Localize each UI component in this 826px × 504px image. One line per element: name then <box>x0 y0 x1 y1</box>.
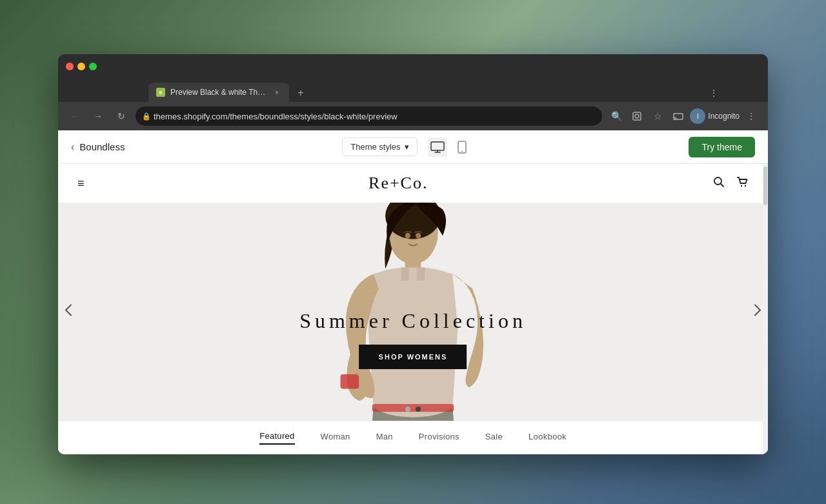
hamburger-menu-icon[interactable]: ≡ <box>77 177 85 190</box>
preview-center: Theme styles ▾ <box>342 137 471 157</box>
tab-favicon: S <box>156 88 165 97</box>
nav-item-provisions[interactable]: Provisions <box>419 432 459 444</box>
hero-title: Summer Collection <box>299 309 527 333</box>
bookmark-icon[interactable]: ☆ <box>649 107 667 125</box>
url-display[interactable]: themes.shopify.com/themes/boundless/styl… <box>136 106 602 126</box>
search-toolbar-icon[interactable]: 🔍 <box>607 107 625 125</box>
hero-content: Summer Collection SHOP WOMENS <box>299 309 527 369</box>
svg-point-7 <box>741 185 742 186</box>
shop-header-icons <box>712 176 749 192</box>
profile-label: Incognito <box>708 112 740 121</box>
preview-content: ≡ Re+Co. <box>58 164 768 454</box>
breadcrumb: Boundless <box>79 141 125 152</box>
svg-point-1 <box>635 114 639 118</box>
tabs-bar: S Preview Black & white Theme × + ⋮ <box>58 79 768 102</box>
svg-point-6 <box>714 177 721 185</box>
carousel-dot-2[interactable] <box>416 407 421 412</box>
profile-wrapper[interactable]: I Incognito <box>690 108 740 124</box>
close-button[interactable] <box>66 63 74 70</box>
nav-item-woman[interactable]: Woman <box>321 432 350 444</box>
nav-item-man[interactable]: Man <box>376 432 393 444</box>
carousel-dots <box>405 407 421 412</box>
address-wrapper: 🔒 themes.shopify.com/themes/boundless/st… <box>136 106 602 126</box>
svg-rect-14 <box>401 267 409 280</box>
tab-close-button[interactable]: × <box>272 88 281 97</box>
more-options-icon[interactable]: ⋮ <box>742 107 760 125</box>
svg-rect-15 <box>417 267 425 280</box>
maximize-button[interactable] <box>89 63 97 70</box>
lock-icon: 🔒 <box>142 112 151 121</box>
minimize-button[interactable] <box>77 63 85 70</box>
window-menu-button[interactable]: ⋮ <box>705 84 723 102</box>
try-theme-button[interactable]: Try theme <box>689 137 755 157</box>
shop-search-icon[interactable] <box>712 176 725 192</box>
carousel-dot-1[interactable] <box>405 407 410 412</box>
title-bar <box>58 54 768 79</box>
browser-window: S Preview Black & white Theme × + ⋮ ← → … <box>58 54 768 454</box>
new-tab-button[interactable]: + <box>292 84 310 102</box>
reload-button[interactable]: ↻ <box>112 107 130 125</box>
back-arrow-icon: ‹ <box>71 141 74 153</box>
dropdown-icon: ▾ <box>405 142 409 152</box>
shop-preview: ≡ Re+Co. <box>58 164 768 454</box>
carousel-prev-button[interactable] <box>65 304 72 320</box>
carousel-next-button[interactable] <box>754 304 761 320</box>
svg-point-17 <box>416 233 421 239</box>
active-tab[interactable]: S Preview Black & white Theme × <box>148 83 289 102</box>
device-icons <box>428 137 472 157</box>
tab-title: Preview Black & white Theme <box>170 88 267 97</box>
shop-logo: Re+Co. <box>368 174 428 193</box>
desktop-view-button[interactable] <box>428 137 447 157</box>
scrollbar[interactable] <box>763 164 768 454</box>
nav-item-sale[interactable]: Sale <box>485 432 503 444</box>
nav-item-lookbook[interactable]: Lookbook <box>529 432 567 444</box>
cast-icon[interactable] <box>669 107 687 125</box>
theme-styles-label: Theme styles <box>350 142 400 152</box>
shop-womens-button[interactable]: SHOP WOMENS <box>359 345 467 369</box>
forward-button[interactable]: → <box>89 107 107 125</box>
svg-point-5 <box>461 150 463 152</box>
nav-item-featured[interactable]: Featured <box>259 431 294 445</box>
svg-rect-2 <box>674 114 683 119</box>
shop-navigation: Featured Woman Man Provisions Sale Lookb… <box>58 421 768 454</box>
svg-rect-13 <box>341 374 359 388</box>
scrollbar-thumb[interactable] <box>763 166 767 205</box>
svg-rect-0 <box>633 112 641 120</box>
shop-cart-icon[interactable] <box>736 176 749 192</box>
theme-styles-dropdown[interactable]: Theme styles ▾ <box>342 137 417 156</box>
address-bar: ← → ↻ 🔒 themes.shopify.com/themes/boundl… <box>58 102 768 130</box>
shop-header: ≡ Re+Co. <box>58 164 768 203</box>
hero-section: Summer Collection SHOP WOMENS <box>58 203 768 421</box>
svg-rect-3 <box>431 142 444 150</box>
extension-icon[interactable] <box>628 107 646 125</box>
preview-toolbar: ‹ Boundless Theme styles ▾ <box>58 130 768 164</box>
svg-point-16 <box>405 233 410 239</box>
back-to-themes-button[interactable]: ‹ Boundless <box>71 141 125 153</box>
traffic-lights <box>66 63 97 70</box>
profile-avatar: I <box>690 108 705 124</box>
back-button[interactable]: ← <box>66 107 84 125</box>
svg-point-8 <box>745 185 746 186</box>
mobile-view-button[interactable] <box>452 137 472 157</box>
toolbar-right: 🔍 ☆ I Incognito ⋮ <box>607 107 760 125</box>
